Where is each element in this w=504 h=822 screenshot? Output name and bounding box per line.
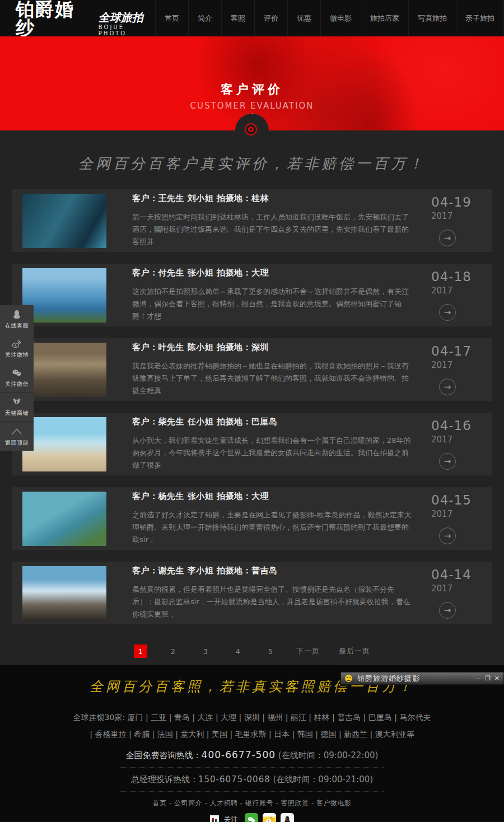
review-thumbnail[interactable] [22,492,106,546]
page-button-5[interactable]: 5 [264,644,277,658]
arrow-right-icon[interactable]: → [439,527,456,544]
page-title: 全网百分百客户真实评价，若非赔偿一百万！ [0,154,504,174]
review-date: 04-15 [431,493,472,507]
tmall-icon [11,396,22,408]
review-excerpt: 第一天按照约定时间我们到达桂林店，工作人员知道我们没吃午饭后，先安顿我们去了酒店… [132,211,412,248]
page-button-3[interactable]: 3 [199,644,212,658]
hotline-consult-label: 全国免费咨询热线： [126,750,202,760]
follow-label: 关注 [223,815,238,822]
wechat-social-button[interactable] [245,813,258,822]
review-excerpt: 虽然真的很累，但是看着照片也是觉得完全值了。按惯例还是先点名（假装不分先后）：摄… [132,583,412,620]
hotline-consult-time: (在线时间：09:00-22:00) [276,750,378,760]
review-title[interactable]: 客户：付先生 张小姐 拍摄地：大理 [132,268,412,278]
hero-title: 客户评价 [0,81,504,98]
arrow-right-icon[interactable]: → [439,304,456,321]
smiley-icon [345,675,352,682]
nav-item-intro[interactable]: 简介 [188,0,221,36]
sidebar-item-wechat[interactable]: 关注微信 [0,363,34,393]
close-icon[interactable]: ✕ [494,675,500,682]
review-card: 客户：王先生 刘小姐 拍摄地：桂林 第一天按照约定时间我们到达桂林店，工作人员知… [12,189,492,252]
qr-mini-icon [210,815,219,822]
review-thumbnail[interactable] [22,268,106,323]
footer: 铂爵旅游婚纱摄影 — ❐ ✕ 全网百分百客照，若非真实客照赔偿一百万！ 全球连锁… [0,665,504,822]
target-icon [235,114,269,147]
review-card: 客户：谢先生 李小姐 拍摄地：普吉岛 虽然真的很累，但是看着照片也是觉得完全值了… [12,562,492,624]
review-excerpt: 这次旅拍不是拍照那么简单～承载了更多的感动和不舍～选择铂爵并不是偶然，有关注微博… [132,286,412,323]
nav-item-portrait-travel[interactable]: 写真旅拍 [408,0,456,36]
review-thumbnail[interactable] [22,343,106,397]
nav-item-travel-stores[interactable]: 旅拍店家 [361,0,408,36]
wechat-icon [11,367,22,379]
review-title[interactable]: 客户：柴先生 任小姐 拍摄地：巴厘岛 [132,417,412,427]
hotline-consult: 全国免费咨询热线：400-6677-500 (在线时间：09:00-22:00) [0,749,504,761]
review-list: 客户：王先生 刘小姐 拍摄地：桂林 第一天按照约定时间我们到达桂林店，工作人员知… [12,189,492,624]
review-date: 04-19 [431,195,472,209]
sidebar-item-label: 返回顶部 [5,439,29,447]
nav-item-deals[interactable]: 优惠 [287,0,320,36]
nav-item-home[interactable]: 首页 [155,0,188,36]
store-locations: 全球连锁30家: 厦门 | 三亚 | 青岛 | 大连 | 大理 | 深圳 | 福… [0,709,504,742]
hero-banner: 客户评价 CUSTOMER EVALUATION [0,36,504,130]
hotline-complaint-label: 总经理投诉热线： [131,774,198,784]
page-button-2[interactable]: 2 [166,644,180,658]
weibo-social-button[interactable] [263,813,276,822]
review-title[interactable]: 客户：杨先生 张小姐 拍摄地：大理 [132,491,412,502]
pagination: 1 2 3 4 5 下一页 最后一页 [0,644,504,658]
nav-item-microfilm[interactable]: 微电影 [320,0,361,36]
store-locations-line1: 全球连锁30家: 厦门 | 三亚 | 青岛 | 大连 | 大理 | 深圳 | 福… [0,709,504,726]
weibo-icon [11,338,22,349]
review-date: 04-16 [431,418,472,433]
chevron-up-icon [11,426,23,437]
review-excerpt: 从小到大，我们听着安徒生童话成长，幻想着我们会有一个属于自己温暖的家，28年的匆… [132,435,412,471]
sidebar-item-label: 天猫商铺 [5,409,29,417]
sidebar-item-label: 关注微信 [5,380,29,388]
main-nav: 首页 简介 客照 评价 优惠 微电影 旅拍店家 写真旅拍 亲子旅拍 [155,0,504,36]
footer-links[interactable]: 首页 - 公司简介 - 人才招聘 - 银行账号 - 客照欣赏 - 客户微电影 [0,798,504,808]
review-date: 04-14 [431,567,472,582]
sidebar-item-tmall[interactable]: 天猫商铺 [0,393,34,422]
restore-icon[interactable]: ❐ [485,675,491,682]
hotline-complaint-number: 150-6075-0068 [198,774,270,784]
review-excerpt: 之前选了好久才决定了铂爵，主要是在网上看见了摄影师-欧孝良的作品，毅然决定来大理… [132,509,412,546]
nav-item-family-travel[interactable]: 亲子旅拍 [456,0,504,36]
arrow-right-icon[interactable]: → [439,379,456,395]
review-thumbnail[interactable] [22,417,106,471]
sidebar-item-back-to-top[interactable]: 返回顶部 [0,422,34,451]
page-button-4[interactable]: 4 [231,644,245,658]
last-page-button[interactable]: 最后一页 [339,646,370,656]
hotline-complaint: 总经理投诉热线：150-6075-0068 (在线时间：09:00-21:00) [0,774,504,785]
sidebar-item-online-service[interactable]: 在线客服 [0,305,34,334]
review-year: 2017 [431,583,452,594]
review-year: 2017 [431,211,452,221]
qq-social-button[interactable] [281,813,294,822]
chat-widget-titlebar[interactable]: 铂爵旅游婚纱摄影 — ❐ ✕ [340,672,504,685]
arrow-right-icon[interactable]: → [439,602,456,619]
review-title[interactable]: 客户：叶先生 陈小姐 拍摄地：深圳 [132,342,412,353]
social-row: 关注 [0,813,504,822]
review-card: 客户：叶先生 陈小姐 拍摄地：深圳 我是我老公表妹的推荐铂爵旅拍的～她也是在铂爵… [12,338,492,401]
logo-script-text: 全球旅拍 [99,12,155,23]
review-thumbnail[interactable] [22,194,106,248]
review-title[interactable]: 客户：谢先生 李小姐 拍摄地：普吉岛 [132,566,412,576]
review-year: 2017 [431,286,452,296]
nav-item-reviews[interactable]: 评价 [254,0,287,36]
qq-icon [11,309,22,320]
minimize-icon[interactable]: — [475,675,481,682]
hero-subtitle: CUSTOMER EVALUATION [0,101,504,111]
hotline-complaint-time: (在线时间：09:00-21:00) [270,774,373,784]
review-title[interactable]: 客户：王先生 刘小姐 拍摄地：桂林 [132,193,412,204]
divider [120,791,384,792]
arrow-right-icon[interactable]: → [439,453,456,470]
sidebar-item-label: 关注微博 [5,351,29,359]
logo-cn-text: 铂爵婚纱 [16,0,93,37]
nav-item-photos[interactable]: 客照 [221,0,254,36]
brand-logo[interactable]: 铂爵婚纱 全球旅拍 BOJUE PHOTO [16,0,155,37]
review-card: 客户：付先生 张小姐 拍摄地：大理 这次旅拍不是拍照那么简单～承载了更多的感动和… [12,264,492,326]
divider [120,767,384,768]
sidebar-item-label: 在线客服 [5,322,29,330]
review-thumbnail[interactable] [22,566,106,620]
sidebar-item-weibo[interactable]: 关注微博 [0,334,34,363]
page-button-1[interactable]: 1 [134,644,147,658]
next-page-button[interactable]: 下一页 [296,646,320,656]
arrow-right-icon[interactable]: → [439,230,456,246]
